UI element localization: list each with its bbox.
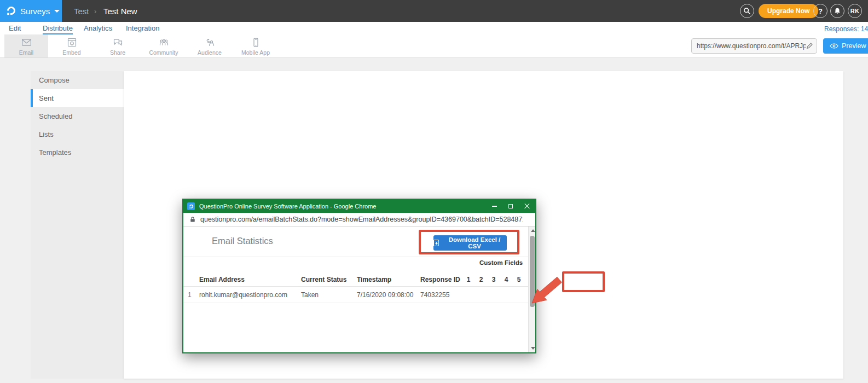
upgrade-now-button[interactable]: Upgrade Now (759, 4, 818, 18)
search-button[interactable] (740, 4, 754, 18)
col-timestamp: Timestamp (357, 272, 391, 287)
row-email: rohit.kumar@questionpro.com (199, 287, 287, 303)
minimize-icon (492, 206, 497, 207)
window-title: QuestionPro Online Survey Software Appli… (199, 203, 486, 210)
user-avatar[interactable]: RK (848, 4, 862, 18)
sidebar-item-label: Sent (39, 94, 54, 102)
divider (183, 257, 530, 257)
stats-table-header: Email Address Current Status Timestamp R… (183, 272, 530, 287)
product-name: Surveys (20, 7, 50, 16)
questionpro-logo-icon (5, 5, 16, 16)
avatar-initials: RK (850, 8, 860, 14)
download-excel-csv-button[interactable]: Download Excel / CSV (433, 235, 507, 251)
toolbar-item-label: Embed (62, 49, 80, 56)
chevron-down-icon (54, 10, 60, 13)
address-bar-url: questionpro.com/a/emailBatchStats.do?mod… (200, 216, 523, 223)
email-statistics-heading: Email Statistics (212, 236, 273, 246)
email-sidebar: Compose Sent Scheduled Lists Templates (31, 71, 124, 379)
sidebar-item-label: Compose (39, 76, 70, 84)
col-response-id: Response ID (420, 272, 460, 287)
edit-url-icon[interactable] (806, 42, 813, 50)
toolbar-item-share[interactable]: Share (96, 34, 140, 57)
breadcrumb-separator: › (94, 0, 96, 22)
row-index: 1 (188, 287, 196, 303)
download-label: Download Excel / CSV (442, 236, 507, 249)
sidebar-item-templates[interactable]: Templates (31, 143, 124, 161)
favicon-questionpro (187, 202, 195, 210)
toolbar-item-label: Email (19, 49, 33, 56)
breadcrumb-current: Test New (103, 0, 137, 22)
community-icon (158, 37, 170, 48)
surveys-menu[interactable]: Surveys (0, 0, 62, 22)
survey-nav: Edit Distribute Analytics Integration Re… (0, 22, 868, 34)
toolbar-item-label: Share (110, 49, 125, 56)
bell-icon (834, 7, 841, 15)
lock-icon (190, 216, 195, 223)
toolbar-item-embed[interactable]: Embed (50, 34, 94, 57)
toolbar-item-community[interactable]: Community (142, 34, 186, 57)
col-current-status: Current Status (301, 272, 346, 287)
tab-analytics[interactable]: Analytics (84, 24, 112, 33)
col-custom-1: 1 (465, 272, 472, 287)
close-icon (524, 204, 530, 209)
sidebar-item-label: Scheduled (39, 112, 72, 120)
row-response-id: 74032255 (420, 287, 449, 303)
audience-icon (204, 37, 216, 48)
help-icon: ? (818, 7, 823, 15)
search-icon (743, 7, 751, 15)
top-header: Surveys Test › Test New Upgrade Now ? RK (0, 0, 868, 22)
email-icon (21, 37, 32, 48)
toolbar-item-mobile-app[interactable]: Mobile App (234, 34, 277, 57)
sidebar-item-lists[interactable]: Lists (31, 125, 124, 143)
toolbar-item-label: Community (149, 49, 178, 56)
col-custom-4: 4 (502, 272, 510, 287)
scroll-up-icon[interactable] (531, 229, 535, 232)
email-statistics-window: QuestionPro Online Survey Software Appli… (182, 199, 536, 353)
custom-fields-label: Custom Fields (479, 259, 523, 266)
row-timestamp: 7/16/2020 09:08:00 (357, 287, 413, 303)
stats-table-row: 1 rohit.kumar@questionpro.com Taken 7/16… (183, 287, 530, 303)
excel-file-icon (433, 240, 439, 246)
share-icon (112, 37, 124, 48)
scroll-down-icon[interactable] (531, 347, 535, 350)
tab-distribute[interactable]: Distribute (43, 24, 73, 34)
close-button[interactable] (519, 200, 535, 213)
tab-edit[interactable]: Edit (9, 24, 21, 33)
window-titlebar[interactable]: QuestionPro Online Survey Software Appli… (183, 200, 535, 213)
sidebar-item-scheduled[interactable]: Scheduled (31, 107, 124, 125)
scrollbar-thumb[interactable] (530, 236, 535, 307)
help-button[interactable]: ? (813, 4, 828, 18)
survey-url-field[interactable]: https://www.questionpro.com/t/APRJpZiCB (691, 38, 817, 54)
app-root: Surveys Test › Test New Upgrade Now ? RK… (0, 0, 868, 383)
breadcrumb-parent[interactable]: Test (74, 0, 89, 22)
sidebar-item-sent[interactable]: Sent (31, 89, 124, 107)
col-custom-5: 5 (515, 272, 523, 287)
toolbar-item-email[interactable]: Email (4, 34, 48, 57)
notifications-button[interactable] (830, 4, 844, 18)
toolbar-item-label: Mobile App (241, 49, 270, 56)
row-status: Taken (301, 287, 319, 303)
minimize-button[interactable] (486, 200, 502, 213)
preview-button[interactable]: Preview (823, 38, 868, 54)
toolbar-item-audience[interactable]: Audience (188, 34, 232, 57)
sidebar-item-compose[interactable]: Compose (31, 71, 124, 89)
maximize-icon (508, 204, 513, 208)
address-bar[interactable]: questionpro.com/a/emailBatchStats.do?mod… (183, 213, 535, 227)
col-custom-3: 3 (490, 272, 497, 287)
mobile-app-icon (250, 37, 262, 48)
col-custom-2: 2 (477, 272, 485, 287)
toolbar-item-label: Audience (198, 49, 222, 56)
tab-integration[interactable]: Integration (126, 24, 159, 33)
maximize-button[interactable] (502, 200, 519, 213)
preview-label: Preview (842, 42, 866, 50)
responses-count[interactable]: Responses: 14 (824, 25, 868, 33)
sidebar-item-label: Templates (39, 148, 71, 156)
sidebar-item-label: Lists (39, 130, 54, 138)
embed-icon (66, 37, 78, 48)
col-email-address: Email Address (199, 272, 245, 287)
popup-scrollbar[interactable] (528, 227, 535, 352)
distribute-toolbar: Email Embed Share Community Audience Mob… (0, 34, 868, 58)
survey-url-text: https://www.questionpro.com/t/APRJpZiCB (697, 42, 806, 50)
eye-icon (830, 43, 838, 49)
